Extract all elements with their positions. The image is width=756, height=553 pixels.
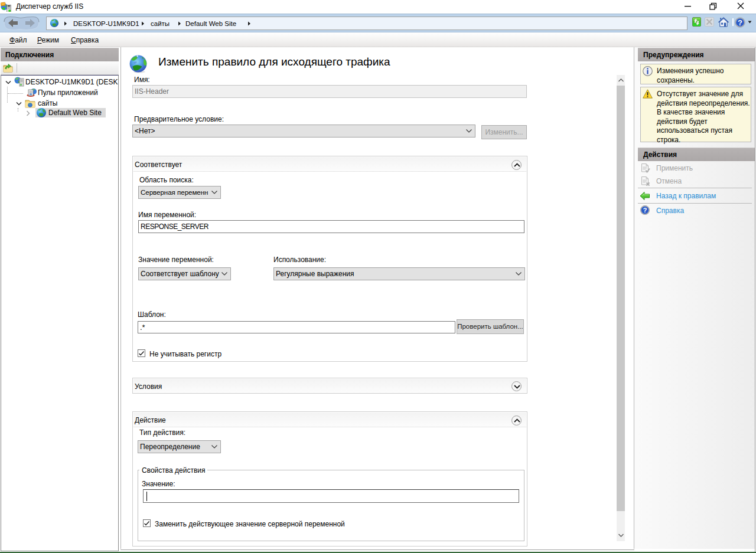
svg-text:?: ? <box>643 207 647 214</box>
svg-text:?: ? <box>738 18 742 27</box>
